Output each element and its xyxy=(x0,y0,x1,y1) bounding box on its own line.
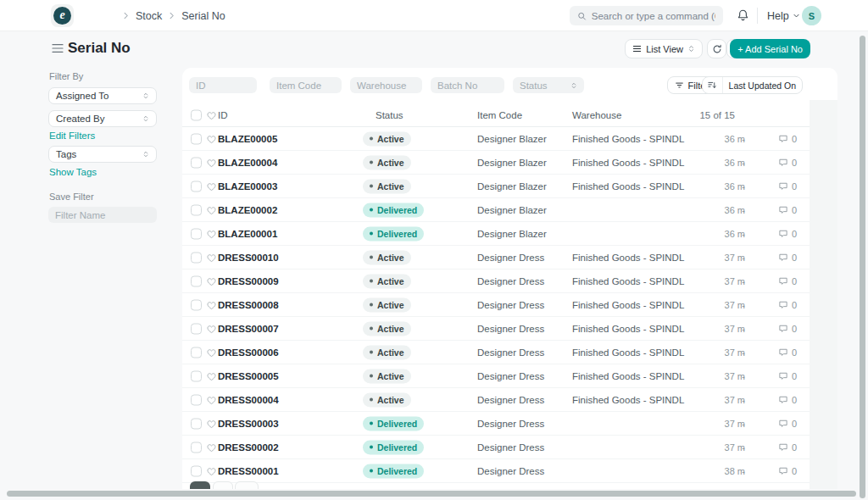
like-heart-icon[interactable] xyxy=(206,466,217,476)
edit-filters-link[interactable]: Edit Filters xyxy=(49,131,95,141)
row-id[interactable]: DRESS00001 xyxy=(218,466,279,476)
quick-filter-status[interactable]: Status xyxy=(513,77,584,93)
filter-name-input[interactable] xyxy=(48,207,157,223)
row-checkbox[interactable] xyxy=(191,418,202,429)
column-header-status[interactable]: Status xyxy=(376,110,403,120)
table-row[interactable]: BLAZE00003 Active Designer Blazer Finish… xyxy=(182,175,810,198)
sort-selector[interactable]: Last Updated On xyxy=(702,76,803,94)
row-checkbox[interactable] xyxy=(191,204,202,215)
table-row[interactable]: DRESS00009 Active Designer Dress Finishe… xyxy=(182,269,810,293)
table-row[interactable]: BLAZE00005 Active Designer Blazer Finish… xyxy=(182,127,810,151)
table-row[interactable]: DRESS00004 Active Designer Dress Finishe… xyxy=(182,388,810,412)
row-id[interactable]: BLAZE00002 xyxy=(218,205,277,215)
table-row[interactable]: BLAZE00004 Active Designer Blazer Finish… xyxy=(182,151,810,175)
like-filter-icon[interactable] xyxy=(206,110,217,120)
tags-select[interactable]: Tags xyxy=(48,146,157,163)
row-checkbox[interactable] xyxy=(191,370,202,381)
row-comments: 0 xyxy=(778,253,797,263)
horizontal-scrollbar[interactable] xyxy=(7,491,856,497)
breadcrumb-serial-no[interactable]: Serial No xyxy=(181,10,225,22)
row-id[interactable]: DRESS00005 xyxy=(218,371,279,381)
row-id[interactable]: DRESS00008 xyxy=(218,300,279,310)
table-row[interactable]: DRESS00005 Active Designer Dress Finishe… xyxy=(182,364,810,388)
page-size-button[interactable] xyxy=(235,481,259,489)
table-row[interactable]: DRESS00003 Delivered Designer Dress - 37… xyxy=(182,412,810,436)
table-row[interactable]: DRESS00001 Delivered Designer Dress - 38… xyxy=(182,459,810,483)
like-heart-icon[interactable] xyxy=(206,324,217,334)
quick-filter-item-code[interactable] xyxy=(270,77,342,93)
row-checkbox[interactable] xyxy=(191,442,202,453)
row-id[interactable]: DRESS00009 xyxy=(218,276,279,286)
sort-field-label[interactable]: Last Updated On xyxy=(723,77,802,93)
row-id[interactable]: DRESS00003 xyxy=(218,419,279,429)
view-switcher-button[interactable]: List View xyxy=(625,39,703,58)
row-id[interactable]: DRESS00006 xyxy=(218,347,279,358)
like-heart-icon[interactable] xyxy=(206,300,217,310)
breadcrumb-stock[interactable]: Stock xyxy=(136,10,162,22)
like-heart-icon[interactable] xyxy=(206,158,217,168)
quick-filter-warehouse[interactable] xyxy=(350,77,422,93)
global-search[interactable] xyxy=(570,6,723,25)
select-all-checkbox[interactable] xyxy=(191,109,202,120)
vertical-scrollbar[interactable] xyxy=(860,36,865,498)
row-checkbox[interactable] xyxy=(191,228,202,239)
like-heart-icon[interactable] xyxy=(206,442,217,453)
quick-filter-batch-no[interactable] xyxy=(431,77,504,93)
row-checkbox[interactable] xyxy=(191,133,202,144)
show-tags-link[interactable]: Show Tags xyxy=(49,167,97,177)
help-menu[interactable]: Help xyxy=(767,0,800,31)
sidebar-toggle-icon[interactable] xyxy=(52,43,64,53)
like-heart-icon[interactable] xyxy=(206,419,217,429)
notification-bell-icon[interactable] xyxy=(737,8,749,22)
table-row[interactable]: BLAZE00001 Delivered Designer Blazer - 3… xyxy=(182,222,810,246)
table-row[interactable]: DRESS00002 Delivered Designer Dress - 37… xyxy=(182,436,810,459)
table-row[interactable]: BLAZE00002 Delivered Designer Blazer - 3… xyxy=(182,198,810,222)
row-id[interactable]: BLAZE00005 xyxy=(218,134,277,144)
assigned-to-select[interactable]: Assigned To xyxy=(48,87,157,104)
column-header-id[interactable]: ID xyxy=(218,110,228,120)
row-checkbox[interactable] xyxy=(191,157,202,168)
like-heart-icon[interactable] xyxy=(206,181,217,192)
table-row[interactable]: DRESS00008 Active Designer Dress Finishe… xyxy=(182,293,810,317)
row-checkbox[interactable] xyxy=(191,252,202,263)
like-heart-icon[interactable] xyxy=(206,253,217,263)
app-logo[interactable]: e xyxy=(51,4,74,27)
record-count[interactable]: 15 of 15 xyxy=(699,110,735,120)
sort-direction-button[interactable] xyxy=(703,77,723,93)
refresh-button[interactable] xyxy=(707,39,726,58)
row-checkbox[interactable] xyxy=(191,275,202,286)
like-heart-icon[interactable] xyxy=(206,229,217,239)
row-checkbox[interactable] xyxy=(191,347,202,358)
page-size-button[interactable] xyxy=(213,481,233,489)
like-heart-icon[interactable] xyxy=(206,205,217,215)
row-checkbox[interactable] xyxy=(191,299,202,310)
row-checkbox[interactable] xyxy=(191,394,202,405)
quick-filter-id[interactable] xyxy=(189,77,257,93)
user-avatar[interactable]: S xyxy=(802,6,821,25)
table-row[interactable]: DRESS00007 Active Designer Dress Finishe… xyxy=(182,317,810,341)
created-by-select[interactable]: Created By xyxy=(48,110,157,127)
row-id[interactable]: BLAZE00001 xyxy=(218,229,277,239)
like-heart-icon[interactable] xyxy=(206,395,217,405)
row-id[interactable]: DRESS00004 xyxy=(218,395,279,405)
row-checkbox[interactable] xyxy=(191,323,202,334)
row-id[interactable]: BLAZE00003 xyxy=(218,181,277,192)
row-checkbox[interactable] xyxy=(191,181,202,192)
like-heart-icon[interactable] xyxy=(206,347,217,358)
column-header-warehouse[interactable]: Warehouse xyxy=(572,110,621,120)
row-id[interactable]: BLAZE00004 xyxy=(218,158,277,168)
table-row[interactable]: DRESS00006 Active Designer Dress Finishe… xyxy=(182,341,810,364)
row-id[interactable]: DRESS00002 xyxy=(218,442,279,453)
like-heart-icon[interactable] xyxy=(206,134,217,144)
like-heart-icon[interactable] xyxy=(206,371,217,381)
table-row[interactable]: DRESS00010 Active Designer Dress Finishe… xyxy=(182,246,810,269)
add-serial-no-button[interactable]: + Add Serial No xyxy=(730,39,810,58)
row-id[interactable]: DRESS00007 xyxy=(218,324,279,334)
row-checkbox[interactable] xyxy=(191,465,202,476)
like-heart-icon[interactable] xyxy=(206,276,217,286)
page-size-button-selected[interactable] xyxy=(190,481,210,489)
row-id[interactable]: DRESS00010 xyxy=(218,253,279,263)
card-gutter xyxy=(810,100,837,489)
column-header-item-code[interactable]: Item Code xyxy=(477,110,522,120)
search-input[interactable] xyxy=(592,11,715,21)
